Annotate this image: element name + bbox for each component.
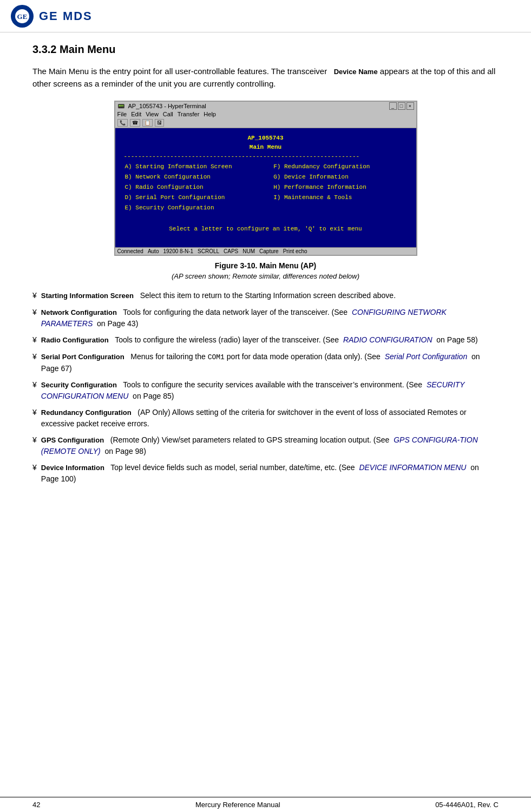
page-footer: 42 Mercury Reference Manual 05-4446A01, … (0, 797, 531, 812)
menu-item-A: A) Starting Information Screen (125, 162, 273, 171)
bullet-yen-6: ¥ (32, 407, 37, 429)
list-item: ¥ Redundancy Configuration (AP Only) All… (32, 407, 499, 429)
list-item: ¥ Radio Configuration Tools to configure… (32, 334, 499, 346)
terminal-statusbar: Connected Auto 19200 8-N-1 SCROLL CAPS N… (115, 247, 416, 255)
bullet-yen-2: ¥ (32, 307, 37, 329)
bullet-yen-1: ¥ (32, 290, 37, 301)
bullet-term-3: Radio Configuration (41, 336, 109, 344)
status-connected: Connected (117, 248, 143, 254)
terminal-screenshot: 📟 AP_1055743 - HyperTerminal _ □ × File … (114, 101, 417, 256)
list-item: ¥ Security Configuration Tools to config… (32, 379, 499, 401)
figure-subcaption: (AP screen shown; Remote similar, differ… (32, 272, 499, 280)
status-scroll: SCROLL (198, 248, 219, 254)
menu-item-B: B) Network Configuration (125, 173, 273, 182)
status-caps: CAPS (224, 248, 238, 254)
page-header: GE GE MDS (0, 0, 531, 32)
figure-caption: Figure 3-10. Main Menu (AP) (32, 261, 499, 270)
intro-text-1: The Main Menu is the entry point for all… (32, 67, 327, 76)
terminal-menu-table: A) Starting Information Screen F) Redund… (124, 161, 408, 214)
bullet-yen-8: ¥ (32, 462, 37, 484)
ge-logo-circle: GE (11, 5, 34, 28)
bullet-link-3[interactable]: RADIO CONFIGURATION (343, 335, 432, 344)
status-num: NUM (242, 248, 255, 254)
bullet-text-3: Tools to configure the wireless (radio) … (115, 335, 343, 344)
bullet-term-2: Network Configuration (41, 308, 117, 316)
bullet-link-8[interactable]: DEVICE INFORMATION MENU (359, 463, 466, 472)
list-item: ¥ Starting Information Screen Select thi… (32, 290, 499, 301)
titlebar-buttons: _ □ × (389, 102, 414, 110)
bullet-content-6: Redundancy Configuration (AP Only) Allow… (41, 407, 499, 429)
section-title: 3.3.2 Main Menu (32, 43, 499, 56)
menu-edit[interactable]: Edit (131, 111, 141, 117)
footer-page-number: 42 (32, 801, 40, 809)
list-item: ¥ Serial Port Configuration Menus for ta… (32, 351, 499, 374)
bullet-term-1: Starting Information Screen (41, 292, 134, 300)
intro-paragraph: The Main Menu is the entry point for all… (32, 65, 499, 90)
main-content: 3.3.2 Main Menu The Main Menu is the ent… (0, 32, 531, 512)
bullet-text-2: Tools for configuring the data network l… (123, 308, 352, 316)
toolbar-btn-1[interactable]: 📞 (117, 119, 128, 127)
bullet-term-6: Redundancy Configuration (41, 408, 132, 417)
terminal-menubar: File Edit View Call Transfer Help (115, 110, 416, 118)
menu-transfer[interactable]: Transfer (178, 111, 200, 117)
bullet-yen-7: ¥ (32, 434, 37, 457)
terminal-device-id: AP_1055743 (124, 134, 408, 143)
bullet-term-7: GPS Configuration (41, 436, 104, 444)
list-item: ¥ Network Configuration Tools for config… (32, 307, 499, 329)
bullet-content-7: GPS Configuration (Remote Only) View/set… (41, 434, 499, 457)
bullet-yen-3: ¥ (32, 334, 37, 346)
menu-file[interactable]: File (117, 111, 127, 117)
menu-call[interactable]: Call (163, 111, 173, 117)
status-auto: Auto (148, 248, 159, 254)
svg-text:GE: GE (17, 12, 28, 21)
status-print: Print echo (283, 248, 307, 254)
bullet-content-3: Radio Configuration Tools to configure t… (41, 334, 499, 346)
terminal-menu-title: Main Menu (124, 143, 408, 152)
terminal-titlebar: 📟 AP_1055743 - HyperTerminal _ □ × (115, 102, 416, 110)
figure-caption-bold: Figure 3-10. Main Menu (AP) (215, 261, 316, 270)
ge-logo-icon: GE (15, 9, 30, 24)
footer-right: 05-4446A01, Rev. C (435, 801, 499, 809)
menu-item-F: F) Redundancy Configuration (273, 162, 406, 171)
menu-item-E: E) Security Configuration (125, 203, 273, 213)
bullet-content-4: Serial Port Configuration Menus for tail… (41, 351, 499, 374)
terminal-prompt: Select a letter to configure an item, 'Q… (124, 225, 408, 234)
bullet-term-8: Device Information (41, 464, 104, 472)
terminal-toolbar: 📞 ☎ 📋 🖫 (115, 118, 416, 128)
device-name-label: Device Name (334, 68, 378, 76)
bullet-link-4[interactable]: Serial Port Configuration (385, 352, 468, 361)
bullet-term-5: Security Configuration (41, 381, 117, 389)
minimize-button[interactable]: _ (389, 102, 397, 110)
close-button[interactable]: × (407, 102, 414, 110)
bullet-yen-5: ¥ (32, 379, 37, 401)
menu-view[interactable]: View (146, 111, 159, 117)
footer-center: Mercury Reference Manual (195, 801, 280, 809)
bullet-list: ¥ Starting Information Screen Select thi… (32, 290, 499, 485)
toolbar-btn-2[interactable]: ☎ (130, 119, 140, 127)
toolbar-btn-4[interactable]: 🖫 (155, 119, 164, 127)
bullet-yen-4: ¥ (32, 351, 37, 374)
bullet-text-5: Tools to configure the security services… (123, 380, 427, 389)
company-name-text: GE MDS (39, 9, 93, 23)
status-baud: 19200 8-N-1 (163, 248, 193, 254)
terminal-icon: 📟 (117, 103, 125, 110)
menu-item-C: C) Radio Configuration (125, 183, 273, 192)
bullet-text-7: (Remote Only) View/set parameters relate… (110, 435, 394, 444)
bullet-text-1: Select this item to return to the Starti… (140, 291, 396, 300)
terminal-separator: ----------------------------------------… (124, 152, 408, 161)
status-capture: Capture (259, 248, 279, 254)
menu-item-H: H) Performance Information (273, 183, 406, 192)
bullet-content-1: Starting Information Screen Select this … (41, 290, 499, 301)
list-item: ¥ Device Information Top level device fi… (32, 462, 499, 484)
bullet-mono-4: COM1 (208, 353, 225, 361)
terminal-body: AP_1055743 Main Menu -------------------… (115, 128, 416, 247)
bullet-content-5: Security Configuration Tools to configur… (41, 379, 499, 401)
menu-item-D: D) Serial Port Configuration (125, 193, 273, 202)
bullet-term-4: Serial Port Configuration (41, 353, 124, 361)
menu-help[interactable]: Help (204, 111, 216, 117)
toolbar-btn-3[interactable]: 📋 (142, 119, 153, 127)
bullet-text-8: Top level device fields such as model, s… (110, 463, 359, 472)
bullet-content-2: Network Configuration Tools for configur… (41, 307, 499, 329)
bullet-content-8: Device Information Top level device fiel… (41, 462, 499, 484)
maximize-button[interactable]: □ (398, 102, 405, 110)
